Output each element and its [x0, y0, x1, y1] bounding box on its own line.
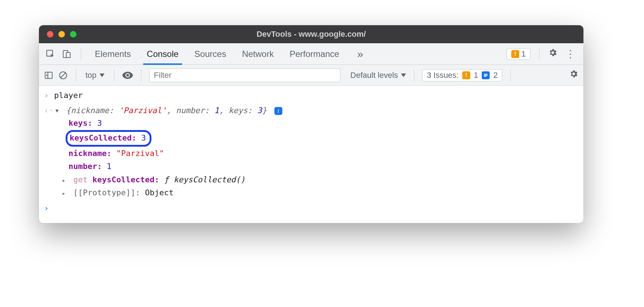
- tabs-overflow-button[interactable]: »: [354, 43, 367, 64]
- tab-console[interactable]: Console: [145, 43, 180, 64]
- prototype-row[interactable]: [[Prototype]]: Object: [69, 186, 578, 199]
- warning-badge-icon: !: [462, 71, 470, 79]
- settings-gear-icon[interactable]: [548, 48, 557, 60]
- levels-label: Default levels: [350, 71, 398, 80]
- object-preview[interactable]: {nickname: 'Parzival', number: 1, keys: …: [66, 106, 272, 115]
- window-titlebar: DevTools - www.google.com/: [39, 25, 583, 43]
- console-toolbar: top Default levels 3 Issues: ! 1 2: [39, 65, 583, 86]
- clear-console-icon[interactable]: [58, 71, 68, 80]
- traffic-lights: [39, 31, 76, 37]
- output-chevron-icon: ‹·: [44, 104, 54, 117]
- devtools-window: DevTools - www.google.com/ Elements Cons…: [39, 25, 583, 223]
- issues-indicator[interactable]: ! 1: [507, 48, 530, 60]
- console-prompt-row[interactable]: ›: [39, 201, 583, 216]
- prompt-chevron-icon: ›: [44, 202, 54, 214]
- divider: [141, 69, 141, 81]
- tab-sources[interactable]: Sources: [193, 43, 228, 64]
- getter-row[interactable]: get keysCollected: ƒ keysCollected(): [69, 173, 578, 186]
- chevron-down-icon: [401, 74, 406, 77]
- evaluated-expression[interactable]: player: [54, 89, 578, 102]
- svg-rect-3: [45, 72, 52, 78]
- property-row[interactable]: number: 1: [69, 160, 578, 173]
- svg-rect-2: [66, 52, 70, 57]
- toggle-sidebar-icon[interactable]: [44, 71, 53, 80]
- console-output: › player ‹· ▾ {nickname: 'Parzival', num…: [39, 86, 583, 223]
- issues-count: 1: [521, 49, 526, 59]
- issues-summary[interactable]: 3 Issues: ! 1 2: [422, 69, 503, 81]
- filter-input[interactable]: [149, 68, 340, 82]
- window-title: DevTools - www.google.com/: [39, 30, 583, 39]
- input-chevron-icon: ›: [44, 89, 54, 102]
- log-levels-selector[interactable]: Default levels: [345, 71, 406, 80]
- object-disclosure-toggle[interactable]: ▾: [54, 104, 60, 117]
- more-menu-icon[interactable]: ⋮: [563, 48, 578, 60]
- device-toolbar-icon[interactable]: [62, 49, 71, 59]
- getter-disclosure-icon[interactable]: [62, 174, 67, 186]
- highlight-annotation: keysCollected: 3: [66, 130, 151, 147]
- divider: [76, 69, 76, 81]
- inspect-element-icon[interactable]: [45, 49, 56, 59]
- info-badge-icon: [482, 71, 490, 79]
- object-info-icon[interactable]: i: [274, 107, 282, 115]
- divider: [114, 69, 114, 81]
- context-selector[interactable]: top: [84, 71, 106, 80]
- console-settings-gear-icon[interactable]: [569, 69, 578, 81]
- minimize-window-button[interactable]: [58, 31, 65, 37]
- property-row-highlighted[interactable]: keysCollected: 3: [69, 130, 578, 147]
- live-expression-eye-icon[interactable]: [122, 71, 133, 79]
- divider: [414, 69, 414, 81]
- console-output-row: ‹· ▾ {nickname: 'Parzival', number: 1, k…: [39, 103, 583, 201]
- tab-performance[interactable]: Performance: [288, 43, 340, 64]
- chevron-down-icon: [100, 74, 105, 77]
- info-count: 2: [493, 71, 498, 80]
- context-label: top: [85, 71, 97, 80]
- maximize-window-button[interactable]: [70, 31, 76, 37]
- divider: [539, 48, 539, 60]
- console-input-row: › player: [39, 88, 583, 103]
- divider: [81, 48, 81, 60]
- panel-tabs-bar: Elements Console Sources Network Perform…: [39, 43, 583, 65]
- close-window-button[interactable]: [47, 31, 53, 37]
- tab-elements[interactable]: Elements: [93, 43, 132, 64]
- tab-network[interactable]: Network: [241, 43, 275, 64]
- warning-badge-icon: !: [511, 50, 519, 58]
- warn-count: 1: [474, 71, 478, 80]
- divider: [510, 69, 511, 81]
- panel-tabs: Elements Console Sources Network Perform…: [86, 43, 367, 64]
- property-row[interactable]: keys: 3: [69, 117, 578, 130]
- prototype-disclosure-icon[interactable]: [62, 187, 67, 199]
- property-row[interactable]: nickname: "Parzival": [69, 147, 578, 160]
- issues-label: 3 Issues:: [427, 71, 459, 80]
- object-properties: keys: 3 keysCollected: 3 nickname: "Parz…: [54, 117, 578, 199]
